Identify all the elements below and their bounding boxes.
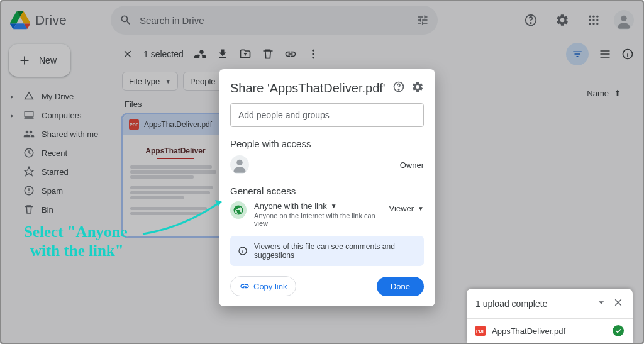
svg-point-20 <box>398 89 399 90</box>
add-people-input[interactable]: Add people and groups <box>230 103 424 127</box>
svg-point-21 <box>236 160 242 165</box>
toast-file-name: AppsThatDeliver.pdf <box>492 326 565 336</box>
toast-title: 1 upload complete <box>475 299 547 309</box>
pdf-icon: PDF <box>475 326 486 336</box>
share-dialog: Share 'AppsThatDeliver.pdf' Add people a… <box>219 69 435 306</box>
copy-link-button[interactable]: Copy link <box>230 276 296 296</box>
done-button[interactable]: Done <box>377 277 424 296</box>
owner-role: Owner <box>400 160 424 170</box>
owner-row: Owner <box>230 155 424 174</box>
general-access-header: General access <box>230 186 424 196</box>
owner-avatar <box>230 155 249 174</box>
toast-collapse-button[interactable] <box>595 296 608 311</box>
access-description: Anyone on the Internet with the link can… <box>254 212 382 227</box>
link-icon <box>240 281 250 291</box>
success-icon <box>613 325 624 336</box>
toast-file-row[interactable]: PDF AppsThatDeliver.pdf <box>467 319 633 343</box>
upload-toast: 1 upload complete PDF AppsThatDeliver.pd… <box>467 289 633 343</box>
info-icon <box>238 245 248 257</box>
dialog-title: Share 'AppsThatDeliver.pdf' <box>230 81 386 96</box>
annotation-text: Select "Anyone with the link" <box>24 223 128 260</box>
people-section-header: People with access <box>230 138 424 149</box>
toast-close-button[interactable] <box>613 297 624 310</box>
info-banner: Viewers of this file can see comments an… <box>230 236 424 266</box>
public-icon <box>230 201 247 219</box>
dialog-settings-icon[interactable] <box>411 80 424 96</box>
access-dropdown[interactable]: Anyone with the link▼ <box>254 201 382 211</box>
dialog-help-icon[interactable] <box>392 80 405 96</box>
role-dropdown[interactable]: Viewer▼ <box>389 201 424 213</box>
